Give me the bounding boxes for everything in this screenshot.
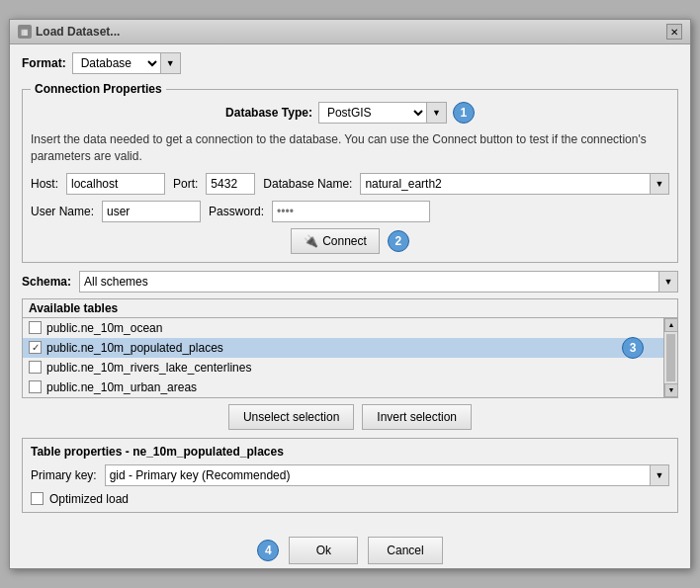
table-properties-box: Table properties - ne_10m_populated_plac… (22, 438, 678, 513)
table-name-4: public.ne_10m_urban_areas (46, 380, 197, 394)
host-port-dbname-row: Host: Port: Database Name: ▼ (31, 173, 669, 195)
tables-content: public.ne_10m_ocean ✓ public.ne_10m_popu… (23, 318, 663, 397)
table-name-3: public.ne_10m_rivers_lake_centerlines (46, 361, 251, 375)
badge-4: 4 (257, 540, 279, 561)
username-input[interactable] (102, 201, 201, 222)
dialog-title: Load Dataset... (36, 25, 120, 39)
checkmark-2: ✓ (32, 343, 40, 353)
table-name-2: public.ne_10m_populated_places (46, 341, 223, 355)
table-row[interactable]: public.ne_10m_rivers_lake_centerlines (23, 358, 663, 378)
invert-selection-button[interactable]: Invert selection (362, 404, 472, 430)
scroll-thumb[interactable] (666, 334, 675, 381)
pk-select-wrapper: ▼ (105, 464, 669, 486)
password-label: Password: (209, 205, 264, 218)
username-label: User Name: (31, 205, 94, 218)
table-checkbox-3[interactable] (29, 361, 42, 374)
badge-2: 2 (388, 230, 409, 252)
tables-scrollbar[interactable]: ▲ ▼ (663, 318, 677, 397)
format-row: Format: Database ▼ (22, 52, 678, 74)
info-text: Insert the data needed to get a connecti… (31, 131, 669, 165)
pk-label: Primary key: (31, 468, 97, 482)
optimized-load-checkbox[interactable] (31, 492, 44, 505)
badge-3: 3 (622, 337, 644, 359)
connect-row: 🔌 Connect 2 (31, 228, 669, 254)
dbname-label: Database Name: (263, 177, 352, 191)
port-label: Port: (173, 177, 198, 191)
available-tables-box: Available tables public.ne_10m_ocean ✓ p… (22, 298, 678, 398)
table-name-1: public.ne_10m_ocean (46, 321, 162, 335)
table-checkbox-4[interactable] (29, 380, 42, 393)
scroll-down[interactable]: ▼ (664, 383, 678, 397)
table-properties-title: Table properties - ne_10m_populated_plac… (31, 445, 669, 459)
dbname-row: ▼ (360, 173, 669, 195)
optimized-load-row: Optimized load (31, 492, 669, 506)
schema-select-wrapper: ▼ (79, 271, 678, 293)
unselect-selection-button[interactable]: Unselect selection (228, 404, 354, 430)
format-label: Format: (22, 56, 66, 70)
table-checkbox-1[interactable] (29, 321, 42, 334)
db-type-arrow[interactable]: ▼ (427, 102, 447, 124)
schema-label: Schema: (22, 275, 71, 289)
db-type-select[interactable]: PostGIS (318, 102, 427, 124)
db-type-select-wrapper: PostGIS ▼ (318, 102, 447, 124)
cancel-button[interactable]: Cancel (368, 537, 442, 564)
dialog-body: Format: Database ▼ Connection Properties… (10, 44, 690, 529)
connection-properties-group: Connection Properties Database Type: Pos… (22, 82, 678, 263)
table-row[interactable]: public.ne_10m_ocean (23, 318, 663, 338)
table-row[interactable]: public.ne_10m_urban_areas (23, 378, 663, 397)
format-dropdown-arrow[interactable]: ▼ (161, 52, 181, 74)
optimized-load-label: Optimized load (49, 492, 129, 506)
connect-icon: 🔌 (304, 234, 318, 248)
username-password-row: User Name: Password: (31, 201, 669, 222)
schema-row: Schema: ▼ (22, 271, 678, 293)
format-select[interactable]: Database (72, 52, 161, 74)
connection-properties-title: Connection Properties (31, 82, 166, 96)
dbname-input[interactable] (360, 173, 650, 195)
host-label: Host: (31, 177, 58, 191)
ok-button[interactable]: Ok (289, 537, 358, 564)
title-bar: ▦ Load Dataset... ✕ (10, 20, 690, 44)
pk-input[interactable] (105, 464, 650, 486)
tables-container: public.ne_10m_ocean ✓ public.ne_10m_popu… (23, 318, 677, 397)
table-row[interactable]: ✓ public.ne_10m_populated_places 3 (23, 338, 663, 358)
dbname-dropdown-arrow[interactable]: ▼ (650, 173, 669, 195)
schema-dropdown-arrow[interactable]: ▼ (658, 271, 678, 293)
db-type-label: Database Type: (225, 106, 312, 120)
pk-dropdown-arrow[interactable]: ▼ (650, 464, 669, 486)
primary-key-row: Primary key: ▼ (31, 464, 669, 486)
selection-buttons-row: Unselect selection Invert selection (22, 404, 678, 430)
close-button[interactable]: ✕ (666, 24, 682, 40)
scroll-up[interactable]: ▲ (664, 318, 678, 332)
port-input[interactable] (206, 173, 255, 195)
connect-label: Connect (322, 234, 367, 248)
host-input[interactable] (66, 173, 165, 195)
load-dataset-dialog: ▦ Load Dataset... ✕ Format: Database ▼ C… (9, 19, 691, 569)
badge-1: 1 (453, 102, 475, 124)
password-input[interactable] (272, 201, 430, 222)
available-tables-title: Available tables (29, 301, 118, 315)
dialog-icon: ▦ (18, 25, 32, 39)
connect-button[interactable]: 🔌 Connect (291, 228, 380, 254)
db-type-row: Database Type: PostGIS ▼ 1 (31, 102, 669, 124)
table-checkbox-2[interactable]: ✓ (29, 341, 42, 354)
format-dropdown: Database ▼ (72, 52, 181, 74)
bottom-buttons-row: 4 Ok Cancel (10, 529, 690, 568)
schema-input[interactable] (79, 271, 658, 293)
